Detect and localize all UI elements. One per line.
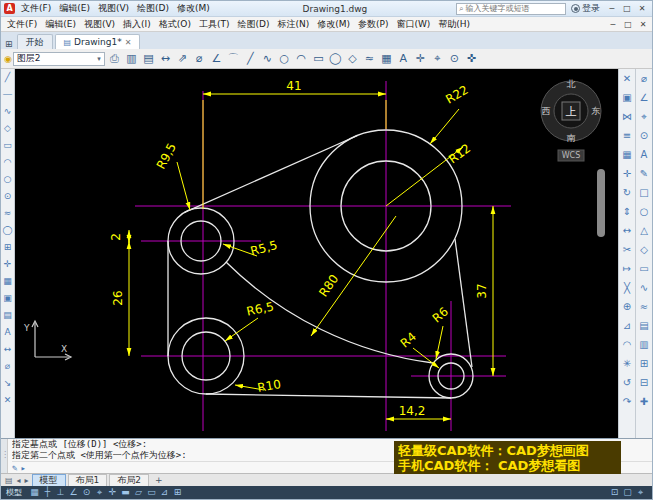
menu-file[interactable]: 文件(F) [3, 18, 41, 31]
menu-format[interactable]: 格式(O) [155, 18, 195, 31]
top-tangent-edge[interactable] [185, 136, 358, 213]
dim-angle-icon[interactable]: ∠ [640, 88, 649, 107]
layer-bulb-icon[interactable]: ◉ [4, 54, 12, 64]
wave-icon[interactable]: ∿ [640, 278, 648, 297]
donut-icon[interactable]: ⊙ [4, 188, 12, 205]
rotate-icon[interactable]: ↻ [623, 183, 631, 202]
doc-restore-button[interactable]: □ [621, 18, 635, 30]
array-icon[interactable]: ▦ [622, 145, 631, 164]
login-button[interactable]: 登录 [568, 2, 603, 15]
circle-icon[interactable]: ○ [640, 202, 649, 221]
leader-icon[interactable]: ↘ [4, 375, 12, 392]
grid-toggle-icon[interactable]: ▦ [28, 487, 41, 498]
rectangle-icon[interactable]: ▭ [310, 51, 327, 67]
table-icon[interactable]: ▤ [3, 307, 12, 324]
xline-icon[interactable]: ― [3, 86, 12, 103]
menu-insert[interactable]: 插入(I) [119, 18, 155, 31]
triangle-icon[interactable]: △ [640, 221, 648, 240]
menu-draw[interactable]: 绘图(D) [233, 18, 273, 31]
lineweight-toggle-icon[interactable]: ▬ [119, 487, 132, 498]
fillet-icon[interactable]: ◠ [623, 335, 632, 354]
edit-icon[interactable]: ✎ [640, 164, 648, 183]
tb-menu-edit[interactable]: 编辑(E) [55, 2, 94, 15]
dimension-labels[interactable]: 41 37 26 2 14,2 R9,5 R22 R12 R5,5 R80 R6… [109, 79, 489, 418]
tab-drawing1[interactable]: ▤ Drawing1* ✕ [55, 34, 141, 49]
mtext-icon[interactable]: A [4, 324, 10, 341]
line-icon[interactable]: ╱ [5, 69, 10, 86]
text-icon[interactable]: A [395, 51, 412, 67]
print-icon[interactable]: ⎙ [106, 51, 123, 67]
columns-icon[interactable]: ▥ [639, 335, 648, 354]
dimension-lines[interactable] [129, 94, 493, 419]
polar-toggle-icon[interactable]: ∠ [67, 487, 80, 498]
dim-arc-icon[interactable]: ⌒ [225, 51, 242, 67]
move-icon[interactable]: ✛ [623, 164, 631, 183]
properties-icon[interactable]: ▤ [140, 51, 157, 67]
hatch-icon[interactable]: ▦ [3, 273, 12, 290]
menu-edit[interactable]: 编辑(E) [41, 18, 80, 31]
compass-top[interactable]: 上 [566, 105, 577, 118]
clean-screen-icon[interactable]: ▢ [621, 487, 634, 498]
arc-icon[interactable]: ◠ [293, 51, 310, 67]
explode-icon[interactable]: ✳ [623, 354, 631, 373]
close-button[interactable]: ✕ [635, 3, 649, 15]
spline-icon[interactable]: ≈ [640, 297, 648, 316]
compass-north[interactable]: 北 [567, 79, 576, 89]
point-icon[interactable]: ✛ [412, 51, 429, 67]
insert-icon[interactable]: ⊞ [640, 354, 648, 373]
undo-icon[interactable]: ↺ [623, 373, 631, 392]
square-icon[interactable]: □ [639, 183, 648, 202]
rows-icon[interactable]: ▤ [639, 316, 648, 335]
tb-menu-view[interactable]: 视图(V) [94, 2, 133, 15]
ortho-toggle-icon[interactable]: ⊥ [54, 487, 67, 498]
spline-icon[interactable]: ≈ [4, 205, 12, 222]
polygon-icon[interactable]: ◇ [4, 120, 11, 137]
plot-preview-icon[interactable]: ▥ [123, 51, 140, 67]
erase-icon[interactable]: ✕ [623, 69, 631, 88]
ellipse-icon[interactable]: ◯ [327, 51, 344, 67]
layer-dropdown[interactable]: 图层2 ▾ [13, 52, 105, 66]
chamfer-icon[interactable]: ⊿ [623, 316, 631, 335]
right-tangent-edge[interactable] [455, 239, 472, 367]
break-icon[interactable]: ╳ [624, 278, 630, 297]
scale-icon[interactable]: ⇕ [623, 202, 631, 221]
dim-radius-icon[interactable]: ⌀ [191, 51, 208, 67]
dim-radius-icon[interactable]: ⌀ [5, 358, 10, 375]
tb-menu-draw[interactable]: 绘图(D) [133, 2, 173, 15]
doc-close-button[interactable]: ✕ [636, 18, 650, 30]
block-icon[interactable]: ⊞ [4, 239, 12, 256]
fullscreen-icon[interactable]: ⌖ [634, 487, 647, 498]
panel-handle[interactable] [597, 169, 605, 237]
annotation-toggle-icon[interactable]: ⊿ [158, 487, 171, 498]
menu-dimension[interactable]: 标注(N) [273, 18, 313, 31]
pan-icon[interactable]: ✜ [463, 51, 480, 67]
tb-menu-modify[interactable]: 修改(M) [173, 2, 214, 15]
measure-icon[interactable]: ⌖ [429, 51, 446, 67]
menu-parametric[interactable]: 参数(P) [354, 18, 392, 31]
remove-icon[interactable]: ⊟ [640, 373, 648, 392]
tab-model[interactable]: 模型 [32, 474, 66, 486]
snap-toggle-icon[interactable]: ┼ [41, 487, 54, 498]
drawing-canvas[interactable]: 41 37 26 2 14,2 R9,5 R22 R12 R5,5 R80 R6… [15, 69, 618, 438]
polyline-icon[interactable]: ∿ [4, 103, 12, 120]
dynamic-input-toggle-icon[interactable]: ✛ [106, 487, 119, 498]
command-drag-handle[interactable]: ⋮ [1, 439, 8, 473]
rectangle-icon[interactable]: ▭ [3, 137, 12, 154]
osnap-icon[interactable]: ⊙ [640, 126, 648, 145]
tab-nav-left-icon[interactable]: ◂ [16, 476, 22, 485]
circle-icon[interactable]: ○ [4, 171, 12, 188]
maximize-button[interactable]: □ [620, 3, 634, 15]
bottom-edge[interactable] [206, 394, 451, 398]
menu-view[interactable]: 视图(V) [80, 18, 119, 31]
centerlines[interactable] [135, 81, 511, 431]
view-compass[interactable]: 北 南 西 东 上 WCS [541, 79, 601, 161]
tab-layout2[interactable]: 布局2 [109, 474, 149, 486]
dim-aligned-icon[interactable]: ⇗ [174, 51, 191, 67]
minimize-button[interactable]: ─ [605, 3, 619, 15]
menu-help[interactable]: 帮助(H) [434, 18, 474, 31]
menu-modify[interactable]: 修改(M) [313, 18, 354, 31]
dim-angular-icon[interactable]: ∠ [208, 51, 225, 67]
ellipse-icon[interactable]: ◯ [2, 222, 12, 239]
center-mark-icon[interactable]: ⌖ [641, 107, 647, 126]
redo-icon[interactable]: ↷ [623, 392, 631, 411]
